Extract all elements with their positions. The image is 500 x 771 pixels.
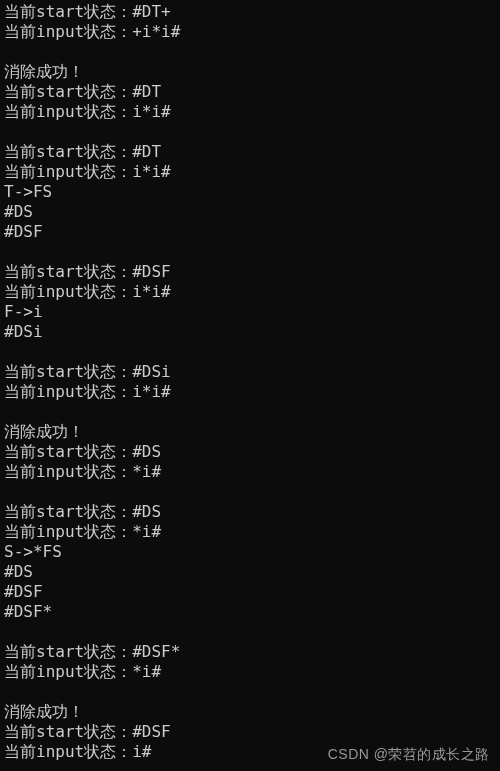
terminal-line: #DSF — [4, 582, 496, 602]
terminal-line: 消除成功！ — [4, 422, 496, 442]
terminal-line: 当前input状态：*i# — [4, 462, 496, 482]
terminal-line: 当前input状态：i*i# — [4, 282, 496, 302]
terminal-line: #DS — [4, 202, 496, 222]
csdn-watermark: CSDN @荣苕的成长之路 — [328, 746, 490, 764]
terminal-line: S->*FS — [4, 542, 496, 562]
terminal-line: 当前input状态：+i*i# — [4, 22, 496, 42]
terminal-line: 当前start状态：#DSF* — [4, 642, 496, 662]
terminal-line — [4, 42, 496, 62]
terminal-line: 消除成功！ — [4, 62, 496, 82]
terminal-line — [4, 682, 496, 702]
terminal-line: 当前start状态：#DS — [4, 442, 496, 462]
terminal-line: 消除成功！ — [4, 702, 496, 722]
terminal-line: #DSi — [4, 322, 496, 342]
terminal-line: 当前input状态：i*i# — [4, 102, 496, 122]
terminal-line: T->FS — [4, 182, 496, 202]
terminal-line: 当前start状态：#DT — [4, 82, 496, 102]
terminal-line: 当前start状态：#DS — [4, 502, 496, 522]
terminal-line — [4, 482, 496, 502]
terminal-line: 当前input状态：i*i# — [4, 162, 496, 182]
terminal-line: F->i — [4, 302, 496, 322]
terminal-line: #DSF — [4, 222, 496, 242]
terminal-line: 当前start状态：#DSF — [4, 262, 496, 282]
terminal-line: 当前start状态：#DSF — [4, 722, 496, 742]
terminal-line — [4, 622, 496, 642]
terminal-output: 当前start状态：#DT+当前input状态：+i*i# 消除成功！当前sta… — [4, 2, 496, 762]
terminal-line: 当前input状态：*i# — [4, 662, 496, 682]
terminal-line: 当前input状态：*i# — [4, 522, 496, 542]
terminal-line — [4, 242, 496, 262]
terminal-line — [4, 342, 496, 362]
terminal-line: 当前start状态：#DT+ — [4, 2, 496, 22]
terminal-line: #DSF* — [4, 602, 496, 622]
terminal-line: #DS — [4, 562, 496, 582]
terminal-line — [4, 402, 496, 422]
terminal-line: 当前input状态：i*i# — [4, 382, 496, 402]
terminal-line: 当前start状态：#DT — [4, 142, 496, 162]
terminal-line — [4, 122, 496, 142]
terminal-line: 当前start状态：#DSi — [4, 362, 496, 382]
